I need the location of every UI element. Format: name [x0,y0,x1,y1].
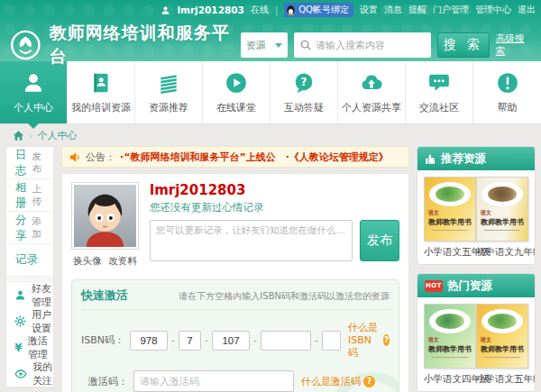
tab-community[interactable]: 交流社区 [406,61,473,123]
layers-icon [157,71,180,95]
home-icon[interactable] [13,130,24,141]
activation-title: 快速激活 [81,287,128,304]
book-item[interactable]: 语文 教师教学用书 小学语文五年级 [424,177,476,259]
hot-badge-icon: HOT [425,280,443,292]
isbn-field-1[interactable] [130,331,168,351]
search-category-select[interactable]: 资源 [241,32,288,58]
sidebar-item-my-follows[interactable]: 我的关注 [6,360,53,387]
user-icon [160,5,170,15]
qq-bind-button[interactable]: QQ帐号绑定 [284,3,353,17]
breadcrumb-current[interactable]: 个人中心 [37,129,77,142]
activation-code-input[interactable] [133,370,294,392]
cover-subject: 语文 [428,336,439,344]
sidebar-item-album[interactable]: 相册 上传 [6,179,53,212]
topbar-divider: | [275,5,278,15]
book-caption[interactable]: 初中语文九年级 [476,246,528,259]
site-title: 教师网络培训和服务平台 [50,22,241,68]
avatar[interactable] [71,182,139,250]
sidebar-item-share[interactable]: 分享 添加 [6,212,53,244]
cover-rule [432,230,468,231]
topbar-link-portal-admin[interactable]: 门户管理 [433,4,469,16]
isbn-dash: - [205,334,208,346]
book-caption[interactable]: 小学语文五年级 [424,246,476,259]
tab-interactive-qa[interactable]: ? 互动答疑 [270,61,338,123]
isbn-field-2[interactable] [179,331,201,351]
tab-label: 在线课堂 [216,101,256,114]
sidebar-link-label: 我的关注 [32,360,53,387]
exclamation-circle-icon [496,71,519,95]
isbn-field-5[interactable] [322,331,341,351]
cover-rule [432,357,468,358]
advanced-search-link[interactable]: 高级搜索 [496,32,532,58]
topbar-link-admin-center[interactable]: 管理中心 [475,4,511,16]
tab-help[interactable]: 帮助 [473,61,541,123]
tab-personal-resource-share[interactable]: 个人资源共享 [338,61,406,123]
search-icon [299,39,312,51]
sidebar-action-upload[interactable]: 上传 [32,183,47,208]
sidebar-item-label: 日志 [15,148,32,178]
what-is-activation-code-link[interactable]: 什么是激活码 ? [301,375,375,388]
user-icon [22,71,45,95]
announcement-bar: 公告： ·“教师网络培训和服务平台”上线公 ·《人教论坛管理规定》 [61,146,409,168]
question-mark-icon: ? [383,334,390,346]
header-main: 教师网络培训和服务平台 资源 搜 索 高级搜索 [0,22,541,68]
announcement-link-platform-launch[interactable]: ·“教师网络培训和服务平台”上线公 [120,150,276,164]
topbar-username[interactable]: lmrj2012803 [177,5,243,15]
tab-label: 互动答疑 [284,101,324,114]
search-button[interactable]: 搜 索 [437,32,490,58]
sidebar-action-add[interactable]: 添加 [32,215,47,241]
sidebar-item-label: 相册 [15,180,32,211]
edit-profile-link[interactable]: 改资料 [109,255,138,268]
sidebar-action-publish[interactable]: 发布 [32,150,47,176]
sidebar-item-label: 分享 [15,213,32,243]
what-is-isbn-link[interactable]: 什么是ISBN码 ? [348,321,390,360]
activation-code-label: 激活码： [81,375,128,388]
sidebar-link-label: 激活管理 [28,334,53,361]
site-logo[interactable]: 教师网络培训和服务平台 [9,22,241,68]
eye-icon [14,368,27,380]
topbar-link-notifications[interactable]: 提醒 [408,4,426,16]
panel-title: 热门资源 [447,278,492,294]
topbar-link-settings[interactable]: 设置 [360,4,378,16]
avatar-links: 换头像 改资料 [71,250,139,268]
tab-personal-center[interactable]: 个人中心 [0,61,68,123]
gear-icon [14,315,26,327]
mood-input[interactable] [150,220,353,261]
book-cover-image: 语文 教师教学用书 [476,177,528,242]
announcement-link-forum-rules[interactable]: ·《人教论坛管理规定》 [286,150,389,164]
tab-online-classroom[interactable]: 在线课堂 [203,61,270,123]
sidebar-item-user-settings[interactable]: 用户设置 [6,308,53,334]
left-sidebar: 日志 发布 相册 上传 分享 添加 记录 好友管理 用户设置 [5,146,54,387]
sidebar-item-records[interactable]: 记录 [6,244,53,277]
sidebar-item-journal[interactable]: 日志 发布 [6,147,53,179]
publish-button[interactable]: 发布 [360,220,399,261]
cloud-upload-icon [360,71,383,95]
change-avatar-link[interactable]: 换头像 [73,255,102,268]
isbn-field-4[interactable] [261,331,311,351]
book-item[interactable]: 语文 教师教学用书 初中语文九年级 [476,177,528,259]
sidebar-item-activation-management[interactable]: ¥ 激活管理 [6,334,53,360]
book-item[interactable]: 语文 教师教学用书 小学语文五年级 [476,304,528,386]
search-input[interactable] [316,40,426,50]
topbar-link-messages[interactable]: 消息 [384,4,402,16]
activation-header: 快速激活 请在下方空格内输入ISBN码和激活码以激活您的资源 [81,287,390,310]
book-caption[interactable]: 小学语文四年级 [424,373,476,386]
cover-subject: 语文 [428,209,439,217]
online-status: 在线 [251,4,269,16]
logo-icon [9,28,42,62]
hot-resources-panel: HOT 热门资源 语文 教师教学用书 小学语文四年级 [417,273,536,392]
quick-activation-panel: 快速激活 请在下方空格内输入ISBN码和激活码以激活您的资源 ISBN码： - … [71,279,399,392]
sidebar-link-label: 用户设置 [32,308,53,335]
topbar-link-logout[interactable]: 退出 [518,4,536,16]
book-caption[interactable]: 小学语文五年级 [476,373,528,386]
recommended-resources-panel: 推荐资源 语文 教师教学用书 小学语文五年级 [417,146,536,265]
search-category-value: 资源 [246,39,266,52]
tab-my-training-resources[interactable]: 我的培训资源 [68,61,135,123]
cover-subject: 语文 [481,209,491,217]
qq-bind-label: QQ帐号绑定 [298,4,349,16]
book-item[interactable]: 语文 教师教学用书 小学语文四年级 [424,304,476,386]
isbn-field-3[interactable] [212,331,250,351]
avatar-column: 换头像 改资料 [71,182,139,268]
sidebar-item-friends-management[interactable]: 好友管理 [6,282,53,308]
tab-resource-recommend[interactable]: 资源推荐 [135,61,203,123]
